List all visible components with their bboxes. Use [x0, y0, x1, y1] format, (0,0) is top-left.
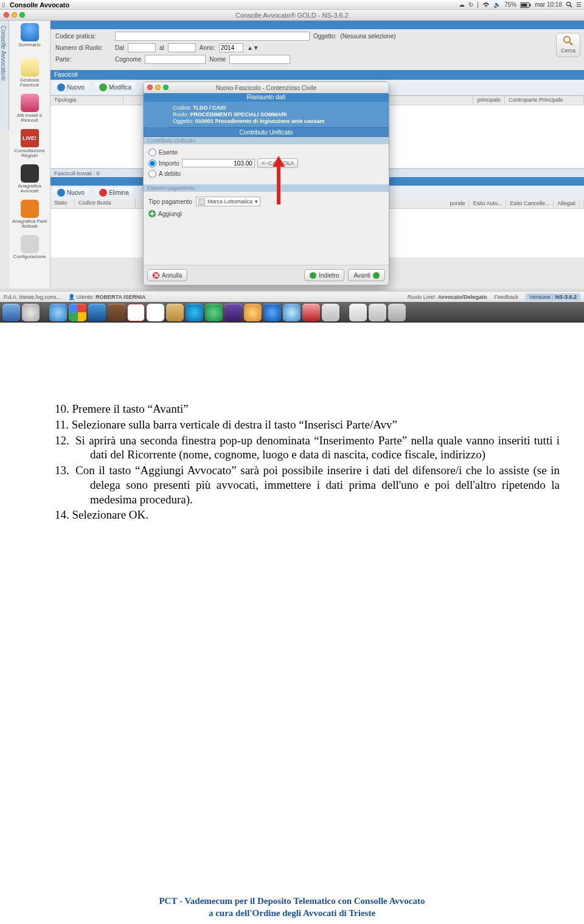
messages-icon[interactable]	[186, 304, 203, 321]
al-input[interactable]	[168, 43, 196, 52]
radio-adebito-row[interactable]: A debito	[148, 170, 384, 178]
systemprefs-icon[interactable]	[322, 304, 339, 321]
svg-line-4	[570, 5, 572, 7]
status-versione-label: Versione :	[529, 294, 554, 300]
facetime-icon[interactable]	[205, 304, 223, 321]
dal-input[interactable]	[128, 43, 156, 52]
col-stato[interactable]: Stato	[50, 199, 75, 208]
calcola-button[interactable]: <--CALCOLA	[257, 158, 298, 168]
nav-atti[interactable]: Atti Inviati e Ricevuti	[12, 94, 48, 124]
lottomatica-icon	[198, 198, 205, 205]
itunes-icon[interactable]	[224, 304, 242, 321]
col-esito-auto[interactable]: Esito Auto...	[469, 200, 506, 208]
nav-anagrafica-avvocati[interactable]: Anagrafica Avvocati	[12, 164, 48, 195]
avanti-button[interactable]: Avanti	[348, 269, 385, 281]
nav-configurazione[interactable]: Configurazione	[12, 235, 48, 265]
radio-esente[interactable]	[148, 149, 156, 156]
mail-app-icon[interactable]	[88, 304, 106, 321]
col-allegati[interactable]: Allegati	[554, 200, 580, 208]
calendar-icon[interactable]	[127, 304, 145, 321]
delete-icon	[99, 189, 107, 197]
col-codice-busta[interactable]: Codice Busta	[75, 199, 136, 208]
tipo-pagamento-label: Tipo pagamento	[148, 198, 192, 205]
cerca-button[interactable]: Cerca	[556, 33, 580, 57]
window-minimize-icon[interactable]	[12, 12, 17, 18]
window-zoom-icon[interactable]	[19, 12, 25, 18]
nuovo-fascicolo-modal: Nuovo Fascicolo - Contenzioso Civile Ria…	[143, 82, 389, 285]
svg-rect-1	[529, 4, 530, 6]
status-feedback[interactable]: Feedback	[494, 294, 518, 300]
radio-importo-row[interactable]: Importo <--CALCOLA	[148, 158, 384, 168]
mac-dock	[0, 302, 584, 323]
tool-elimina-deposito[interactable]: Elimina	[95, 187, 133, 198]
radio-importo[interactable]	[148, 159, 156, 167]
safari-icon[interactable]	[22, 304, 40, 321]
col-tipologia[interactable]: Tipologia	[50, 96, 123, 105]
anno-stepper-icon[interactable]: ▲▼	[247, 44, 259, 51]
nav-live[interactable]: LIVE!Consultazione Registri	[12, 129, 48, 159]
indietro-button[interactable]: Indietro	[304, 269, 344, 281]
importo-input[interactable]	[182, 159, 255, 167]
modal-riassunto-header: Riassunto dati	[144, 93, 389, 102]
collapsed-side-tab[interactable]: Consolle Avvocato®	[0, 21, 9, 130]
nav-fascicoli[interactable]: Gestione Fascicoli	[12, 58, 48, 89]
tipo-pagamento-select[interactable]: Marca Lottomatica ▾	[196, 197, 260, 206]
nav-sommario[interactable]: Sommario	[12, 23, 48, 54]
cloud-icon: ☁	[459, 1, 465, 8]
battery-pct: 75%	[504, 1, 516, 8]
safari2-icon[interactable]	[283, 304, 301, 321]
appstore-icon[interactable]	[263, 304, 281, 321]
mail-icon	[21, 94, 39, 112]
tool-nuovo-fascicolo[interactable]: Nuovo	[53, 82, 89, 93]
cognome-input[interactable]	[145, 55, 206, 64]
info-icon	[21, 23, 39, 41]
dashboard-icon[interactable]	[49, 304, 67, 321]
tool-nuovo-deposito[interactable]: Nuovo	[53, 187, 89, 198]
aggiungi-button[interactable]: Aggiungi	[148, 210, 384, 217]
pencil-icon	[21, 235, 39, 253]
modal-minimize-icon[interactable]	[155, 85, 161, 90]
window-close-icon[interactable]	[4, 12, 9, 18]
radio-esente-row[interactable]: Esente	[148, 149, 384, 156]
annulla-button[interactable]: Annulla	[147, 269, 187, 281]
modal-section-header: Contributo Unificato	[144, 127, 389, 137]
tool-modifica-fascicolo[interactable]: Modifica	[95, 82, 136, 93]
reminders-icon[interactable]	[147, 304, 164, 321]
addressbook-icon[interactable]	[108, 304, 125, 321]
pagamento-subheader: Estremi pagamento	[144, 184, 389, 192]
modal-titlebar: Nuovo Fascicolo - Contenzioso Civile	[144, 82, 389, 93]
mac-menubar:  Consolle Avvocato ☁ ↻ | 🔉 75% mar 10:1…	[0, 0, 584, 10]
chrome-icon[interactable]	[69, 304, 86, 321]
col-principale[interactable]: principale	[473, 96, 505, 105]
modal-zoom-icon[interactable]	[163, 85, 169, 90]
radio-adebito[interactable]	[148, 170, 156, 178]
new-icon	[57, 189, 65, 197]
search-icon	[563, 35, 574, 46]
cu-subheader: Contributo Unificato	[144, 137, 389, 144]
java-icon[interactable]	[349, 304, 367, 321]
col-temporale[interactable]: porale	[446, 200, 469, 208]
status-ruolo-label: Ruolo Live!:	[408, 294, 437, 300]
codice-input[interactable]	[115, 32, 310, 41]
nav-anagrafica-parti[interactable]: Anagrafica Parti Abituali	[12, 200, 48, 230]
step-10: 10. Premere il tasto “Avanti”	[55, 402, 560, 416]
battery-icon	[520, 1, 531, 8]
finder-icon[interactable]	[2, 304, 20, 321]
status-versione: NS-3.6.2	[555, 294, 577, 300]
status-pda: P.d.A. trieste.fvg.cons...	[4, 294, 61, 300]
trash-icon[interactable]	[388, 304, 406, 321]
downloads-icon[interactable]	[369, 304, 386, 321]
user-icon: 👤	[68, 294, 75, 300]
anno-label: Anno:	[200, 44, 215, 51]
col-esito-canc[interactable]: Esito Cancelle...	[506, 200, 554, 208]
col-controparte[interactable]: Controparte Principale	[505, 96, 584, 105]
dal-label: Dal	[115, 44, 124, 51]
anno-input[interactable]	[219, 43, 243, 52]
modal-close-icon[interactable]	[147, 85, 153, 90]
notes-icon[interactable]	[166, 304, 184, 321]
nome-label: Nome	[209, 56, 226, 63]
acrobat-icon[interactable]	[302, 304, 320, 321]
nome-input[interactable]	[229, 55, 290, 64]
photobooth-icon[interactable]	[244, 304, 262, 321]
modal-title: Nuovo Fascicolo - Contenzioso Civile	[216, 85, 317, 91]
